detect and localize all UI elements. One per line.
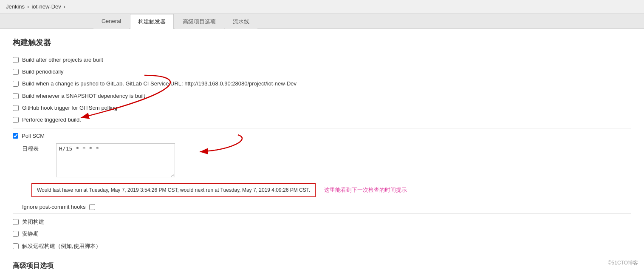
footer: ©51CTO博客 [608, 259, 638, 267]
checkbox-row-close-build: 关闭构建 [13, 218, 631, 226]
checkbox-perforce[interactable] [13, 117, 19, 123]
checkbox-gitlab[interactable] [13, 81, 19, 87]
tab-general[interactable]: General [93, 14, 129, 29]
checkbox-row-5: GitHub hook trigger for GITScm polling [13, 104, 631, 112]
checkbox-build-after[interactable] [13, 57, 19, 63]
checkbox-label-remote-build[interactable]: 触发远程构建（例如,使用脚本） [22, 242, 101, 250]
checkbox-snapshot[interactable] [13, 93, 19, 99]
section-title: 构建触发器 [13, 37, 631, 48]
checkbox-close-build[interactable] [13, 219, 19, 225]
checkbox-label-perforce[interactable]: Perforce triggered build. [22, 116, 81, 124]
checkbox-label-poll-scm[interactable]: Poll SCM [22, 133, 45, 139]
checkbox-label-snapshot[interactable]: Build whenever a SNAPSHOT dependency is … [22, 92, 145, 100]
checkbox-ignore-post-commit[interactable] [89, 204, 95, 210]
main-content: 构建触发器 Build after other projects are bui… [0, 29, 644, 270]
checkbox-row-1: Build after other projects are built [13, 56, 631, 64]
checkbox-row-quiet-period: 安静期 [13, 230, 631, 238]
checkbox-row-2: Build periodically [13, 68, 631, 76]
ignore-post-commit-row: Ignore post-commit hooks [22, 204, 631, 210]
checkbox-remote-build[interactable] [13, 243, 19, 249]
checkbox-label-gitlab[interactable]: Build when a change is pushed to GitLab.… [22, 80, 297, 88]
bottom-section: 关闭构建 安静期 触发远程构建（例如,使用脚本） [13, 218, 631, 250]
schedule-row: 日程表 H/15 * * * * [22, 143, 631, 177]
checkbox-row-6: Perforce triggered build. [13, 116, 631, 124]
tab-advanced[interactable]: 高级项目选项 [175, 14, 224, 29]
tab-pipeline[interactable]: 流水线 [225, 14, 257, 29]
ignore-label: Ignore post-commit hooks [22, 204, 86, 210]
breadcrumb-project[interactable]: iot-new-Dev [31, 3, 61, 10]
breadcrumb-sep-2: › [64, 3, 65, 10]
checkbox-row-remote-build: 触发远程构建（例如,使用脚本） [13, 242, 631, 250]
breadcrumb: Jenkins › iot-new-Dev › [0, 0, 644, 14]
checkbox-label-github-hook[interactable]: GitHub hook trigger for GITScm polling [22, 104, 117, 112]
checkbox-quiet-period[interactable] [13, 231, 19, 237]
divider [13, 213, 631, 214]
schedule-label: 日程表 [22, 143, 48, 153]
schedule-textarea[interactable]: H/15 * * * * [56, 143, 175, 177]
breadcrumb-sep-1: › [27, 3, 29, 10]
checkbox-label-build-periodically[interactable]: Build periodically [22, 68, 64, 76]
tabs-bar: General 构建触发器 高级项目选项 流水线 [0, 14, 644, 29]
breadcrumb-jenkins[interactable]: Jenkins [6, 3, 25, 10]
checkbox-label-close-build[interactable]: 关闭构建 [22, 218, 44, 226]
annotation-text: 这里能看到下一次检查的时间提示 [324, 186, 407, 194]
advanced-section-title: 高级项目选项 [13, 257, 631, 270]
checkbox-poll-scm[interactable] [13, 133, 18, 139]
info-box: Would last have run at Tuesday, May 7, 2… [31, 183, 316, 197]
checkbox-row-3: Build when a change is pushed to GitLab.… [13, 80, 631, 88]
tab-build-trigger[interactable]: 构建触发器 [130, 14, 174, 29]
poll-scm-row: Poll SCM [13, 133, 631, 139]
poll-scm-section: Poll SCM 日程表 H/15 * * * * Would last hav… [13, 128, 631, 210]
checkbox-label-build-after[interactable]: Build after other projects are built [22, 56, 103, 64]
checkbox-build-periodically[interactable] [13, 69, 19, 75]
checkbox-label-quiet-period[interactable]: 安静期 [22, 230, 39, 238]
checkbox-github-hook[interactable] [13, 105, 19, 111]
checkbox-row-4: Build whenever a SNAPSHOT dependency is … [13, 92, 631, 100]
